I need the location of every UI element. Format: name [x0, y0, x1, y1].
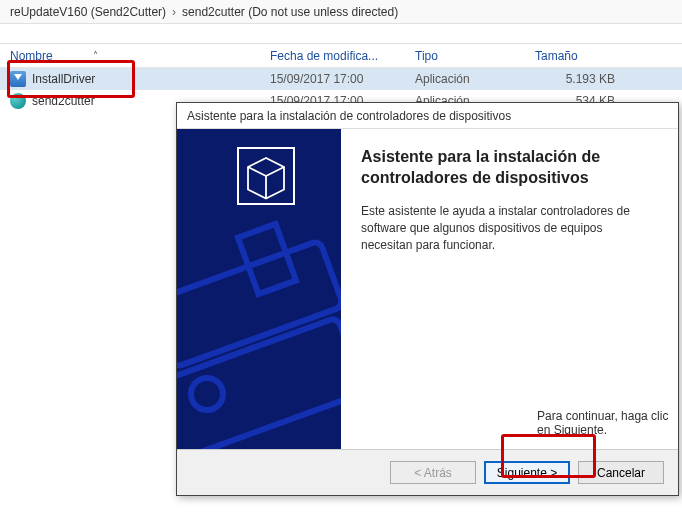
column-header-label: Tipo — [415, 49, 438, 63]
file-size: 5.193 KB — [525, 72, 625, 86]
next-button[interactable]: Siguiente > — [484, 461, 570, 484]
driver-wizard-dialog: Asistente para la instalación de control… — [176, 102, 679, 496]
column-header-date[interactable]: Fecha de modifica... — [260, 49, 405, 63]
file-name: send2cutter — [32, 94, 95, 108]
svg-line-1 — [248, 167, 266, 176]
back-button: < Atrás — [390, 461, 476, 484]
column-headers: Nombre ˄ Fecha de modifica... Tipo Tamañ… — [0, 44, 682, 68]
toolbar-strip — [0, 24, 682, 44]
breadcrumb-seg-parent[interactable]: reUpdateV160 (Send2Cutter) — [4, 5, 172, 19]
svg-point-6 — [191, 378, 223, 410]
column-header-name[interactable]: Nombre ˄ — [0, 49, 260, 63]
application-icon — [10, 71, 26, 87]
wizard-title-bar: Asistente para la instalación de control… — [177, 103, 678, 129]
cancel-button[interactable]: Cancelar — [578, 461, 664, 484]
sort-indicator-icon: ˄ — [93, 50, 98, 61]
wizard-button-bar: < Atrás Siguiente > Cancelar — [177, 449, 678, 495]
breadcrumb[interactable]: reUpdateV160 (Send2Cutter) › send2cutter… — [0, 0, 682, 24]
file-name: InstallDriver — [32, 72, 95, 86]
wizard-heading: Asistente para la instalación de control… — [361, 147, 654, 189]
svg-line-2 — [266, 167, 284, 176]
column-header-type[interactable]: Tipo — [405, 49, 525, 63]
column-header-size[interactable]: Tamaño — [525, 49, 625, 63]
file-row[interactable]: InstallDriver 15/09/2017 17:00 Aplicació… — [0, 68, 682, 90]
file-date: 15/09/2017 17:00 — [260, 72, 405, 86]
column-header-label: Tamaño — [535, 49, 578, 63]
breadcrumb-seg-current[interactable]: send2cutter (Do not use unless directed) — [176, 5, 404, 19]
application-icon — [10, 93, 26, 109]
column-header-label: Nombre — [10, 49, 53, 63]
column-header-label: Fecha de modifica... — [270, 49, 378, 63]
package-icon — [237, 147, 295, 205]
wizard-body-text: Este asistente le ayuda a instalar contr… — [361, 203, 654, 255]
file-type: Aplicación — [405, 72, 525, 86]
wizard-sidebar-art — [177, 129, 341, 449]
wizard-continue-hint: Para continuar, haga clic en Siguiente. — [537, 409, 678, 437]
